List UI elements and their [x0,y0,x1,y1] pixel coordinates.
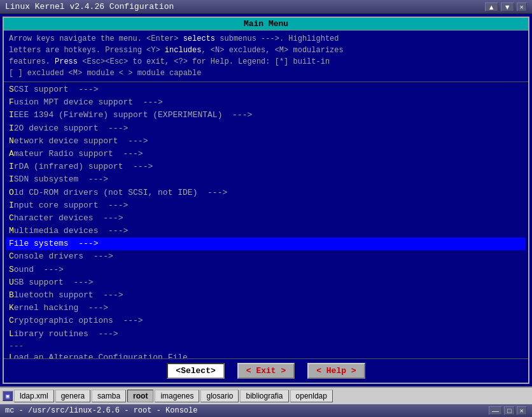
title-bar-controls[interactable]: ▲ ▼ × [485,3,527,11]
menu-item-bluetooth[interactable]: Bluetooth support ---> [6,289,526,302]
menu-item-i2o[interactable]: I2O device support ---> [6,122,526,135]
close-button[interactable]: × [517,3,527,11]
app-title: Linux Kernel v2.4.26 Configuration [5,2,174,11]
dialog-box: Main Menu Arrow keys navigate the menu. … [3,17,529,384]
bottom-close-button[interactable]: × [517,406,527,415]
select-button[interactable]: <Select> [167,363,224,379]
menu-item-usb[interactable]: USB support ---> [6,276,526,289]
minimize-button[interactable]: ▲ [485,3,498,11]
menu-item-scsi[interactable]: SCSI support ---> [6,83,526,96]
bottom-maximize-button[interactable]: □ [504,406,515,415]
bottom-minimize-button[interactable]: — [489,406,502,415]
button-bar: <Select> < Exit > < Help > [4,358,528,383]
menu-item-input[interactable]: Input core support ---> [6,199,526,212]
tab-samba[interactable]: samba [92,390,126,402]
title-bar-left: Linux Kernel v2.4.26 Configuration [5,2,174,11]
bottom-title-bar: mc - /usr/src/linux-2.6.6 - root - Konso… [0,404,532,417]
title-bar: Linux Kernel v2.4.26 Configuration ▲ ▼ × [0,0,532,14]
tab-genera[interactable]: genera [55,390,90,402]
dialog-title: Main Menu [4,18,528,31]
help-line-1: Arrow keys navigate the menu. <Enter> se… [9,34,339,43]
taskbar: ▣ ldap.xml genera samba root imagenes gl… [0,386,532,404]
help-line-3: features. Press <Esc><Esc> to exit, <?> … [9,57,330,66]
bottom-titlebar-controls[interactable]: — □ × [489,406,527,415]
tab-ldap[interactable]: ldap.xml [14,390,54,402]
menu-item-character[interactable]: Character devices ---> [6,212,526,225]
menu-item-isdn[interactable]: ISDN subsystem ---> [6,173,526,186]
menu-item-cdrom[interactable]: Old CD-ROM drivers (not SCSI, not IDE) -… [6,187,526,199]
tab-glosario[interactable]: glosario [200,390,239,402]
menu-item-library[interactable]: Library routines ---> [6,328,526,341]
tab-imagenes[interactable]: imagenes [155,390,199,402]
exit-button[interactable]: < Exit > [237,363,295,379]
help-text: Arrow keys navigate the menu. <Enter> se… [4,31,528,82]
separator: --- [6,341,526,351]
maximize-button[interactable]: ▼ [501,3,514,11]
tab-openldap[interactable]: openldap [290,390,333,402]
menu-item-load[interactable]: Load an Alternate Configuration File [6,351,526,358]
menu-item-ieee[interactable]: IEEE 1394 (FireWire) support (EXPERIMENT… [6,109,526,122]
tab-bibliografia[interactable]: bibliografia [240,390,288,402]
help-button[interactable]: < Help > [307,363,365,379]
tab-root[interactable]: root [127,390,153,402]
main-area: Main Menu Arrow keys navigate the menu. … [0,14,532,386]
menu-item-crypto[interactable]: Cryptographic options ---> [6,315,526,327]
help-line-4: [ ] excluded <M> module < > module capab… [9,69,201,78]
menu-item-irda[interactable]: IrDA (infrared) support ---> [6,160,526,173]
menu-item-filesystems[interactable]: File systems ---> [6,237,526,250]
bottom-title: mc - /usr/src/linux-2.6.6 - root - Konso… [5,406,197,415]
menu-item-network[interactable]: Network device support ---> [6,135,526,148]
help-line-2: letters are hotkeys. Pressing <Y> includ… [9,46,344,55]
menu-item-kernel[interactable]: Kernel hacking ---> [6,302,526,315]
taskbar-icon: ▣ [3,391,13,401]
menu-item-console[interactable]: Console drivers ---> [6,250,526,263]
menu-item-sound[interactable]: Sound ---> [6,264,526,276]
menu-container: SCSI support ---> Fusion MPT device supp… [4,82,528,358]
menu-item-amateur[interactable]: Amateur Radio support ---> [6,148,526,160]
menu-item-multimedia[interactable]: Multimedia devices ---> [6,225,526,237]
menu-item-fusion[interactable]: Fusion MPT device support ---> [6,96,526,109]
